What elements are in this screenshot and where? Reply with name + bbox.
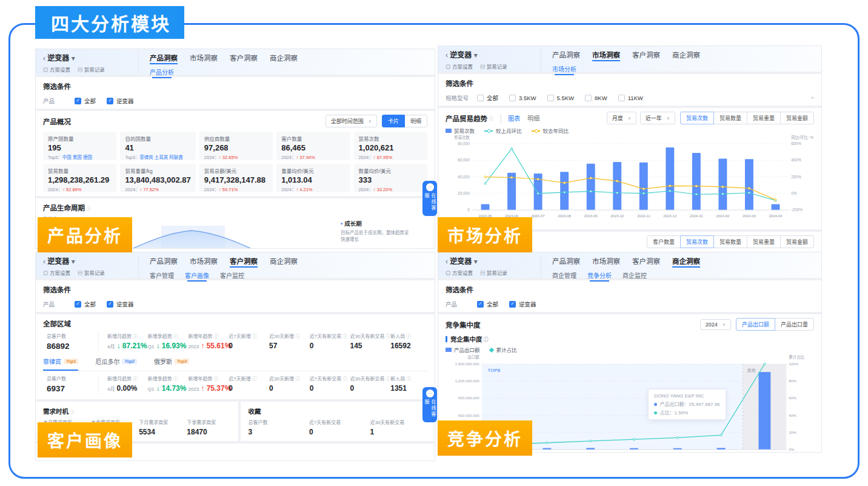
checkbox-inverter[interactable]: ✓逆变器 <box>107 300 134 308</box>
tab-company-insight[interactable]: 商企洞察 <box>270 53 298 62</box>
tab-market-insight[interactable]: 市场洞察 <box>592 50 620 59</box>
svg-text:600,000,000: 600,000,000 <box>458 413 479 417</box>
dist-trade-count-button[interactable]: 贸易次数 <box>680 235 714 248</box>
entity-selector[interactable]: ‹ 逆变器 ▾ <box>446 49 541 59</box>
scheme-setting-link[interactable]: ◎ 方案设置 <box>446 62 473 70</box>
concentration-title: 竞争集中度 <box>446 320 481 329</box>
dist-trade-qty-button[interactable]: 贸易数量 <box>713 235 747 248</box>
online-service-button[interactable]: ⋯ 在线客服 <box>422 181 437 216</box>
subtab-market-analysis[interactable]: 市场分析 <box>552 64 576 73</box>
entity-selector[interactable]: ‹ 逆变器 ▾ <box>43 52 138 62</box>
entity-selector[interactable]: ‹ 逆变器 ▾ <box>446 255 541 266</box>
metric-trade-count-button[interactable]: 贸易次数 <box>680 112 714 124</box>
region-section: 全部区域 总客户数86892 新增月趋势ⓘ4月↓ 87.21% 新增季趋势ⓘQ1… <box>36 314 435 399</box>
chevron-down-icon: ∨ <box>369 119 372 124</box>
top1-badge: Top1 <box>64 359 78 364</box>
detail-view-toggle[interactable]: 明细 <box>527 113 539 123</box>
checkbox-all[interactable]: ✓全部 <box>75 96 96 105</box>
dist-trade-amount-button[interactable]: 贸易金额 <box>780 235 814 248</box>
tab-customer-insight[interactable]: 客户洞察 <box>632 50 660 59</box>
subtab-customer-manage[interactable]: 客户管理 <box>150 271 174 280</box>
dist-trade-weight-button[interactable]: 贸易重量 <box>747 235 781 248</box>
bar-legend-swatch <box>446 348 452 352</box>
year-select[interactable]: 2024∨ <box>700 319 731 330</box>
stage-card-growth[interactable]: •成长期 目标产品处于成长期，整体趋势呈快速增长 <box>335 215 415 247</box>
svg-text:贸易次数: 贸易次数 <box>454 135 470 140</box>
concentration-chart-title: 竞企集中度 <box>450 334 482 343</box>
lifecycle-title: 产品生命周期 <box>43 203 85 212</box>
trade-records-link[interactable]: ▤ 贸易记录 <box>480 62 507 70</box>
export-amount-button[interactable]: 产品出口额 <box>736 318 775 331</box>
metric-trade-qty-button[interactable]: 贸易数量 <box>713 112 747 124</box>
country-tab-ecuador[interactable]: 厄瓜多尔Top2 <box>95 357 136 371</box>
export-volume-button[interactable]: 产品出口量 <box>775 318 814 331</box>
expand-icon[interactable]: » <box>811 95 814 101</box>
checkbox-inverter[interactable]: ✓逆变器 <box>509 300 536 308</box>
online-service-button[interactable]: ⋯ 在线客服 <box>422 387 437 422</box>
tab-customer-insight[interactable]: 客户洞察 <box>230 53 258 62</box>
tab-customer-insight[interactable]: 客户洞察 <box>230 256 258 266</box>
chevron-down-icon: ▾ <box>69 54 75 62</box>
chart-view-toggle[interactable]: 图表 <box>508 113 520 123</box>
top2-badge: Top2 <box>122 359 136 364</box>
svg-text:60,000: 60,000 <box>458 158 470 162</box>
title-bar-icon <box>446 336 447 342</box>
country-tab-philippines[interactable]: 菲律宾Top1 <box>43 357 78 371</box>
tab-product-insight[interactable]: 产品洞察 <box>150 53 178 62</box>
country-metrics: 总客户数6937 新增月趋势ⓘ4月0.00% 新增季趋势ⓘQ1↓ 14.73% … <box>43 371 427 398</box>
checkbox-icon: ✓ <box>477 95 484 101</box>
subtab-company-monitor[interactable]: 商企监控 <box>623 271 647 280</box>
tab-market-insight[interactable]: 市场洞察 <box>190 53 218 62</box>
checkbox-all[interactable]: ✓全部 <box>477 93 498 102</box>
subtab-company-manage[interactable]: 商企管理 <box>552 271 576 280</box>
card-view-button[interactable]: 卡片 <box>382 115 405 127</box>
entity-selector[interactable]: ‹ 逆变器 ▾ <box>43 255 138 266</box>
frequency-select[interactable]: 月度∨ <box>607 112 636 124</box>
subtab-competition-analysis[interactable]: 竞争分析 <box>587 271 612 280</box>
scheme-setting-link[interactable]: ◎ 方案设置 <box>43 269 70 276</box>
trade-records-link[interactable]: ▤ 贸易记录 <box>78 269 105 276</box>
tab-product-insight[interactable]: 产品洞察 <box>552 256 580 266</box>
scheme-setting-link[interactable]: ◎ 方案设置 <box>446 269 473 276</box>
overlay-label-customer: 客户画像 <box>38 422 132 457</box>
range-select[interactable]: 近一年∨ <box>640 112 675 124</box>
tab-customer-insight[interactable]: 客户洞察 <box>632 256 660 266</box>
svg-text:2023-11: 2023-11 <box>637 214 650 218</box>
country-tab-russia[interactable]: 俄罗斯Top3 <box>154 357 189 371</box>
subtab-customer-profile[interactable]: 客户画像 <box>185 271 209 280</box>
dist-customer-count-button[interactable]: 客户数量 <box>647 235 681 248</box>
svg-text:2024-04: 2024-04 <box>769 214 783 218</box>
subtab-product-analysis[interactable]: 产品分析 <box>150 67 174 76</box>
tab-company-insight[interactable]: 商企洞察 <box>270 256 298 266</box>
scheme-setting-link[interactable]: ◎ 方案设置 <box>43 66 70 73</box>
lifecycle-stage-cards: •成长期 目标产品处于成长期，整体趋势呈快速增长 •成熟期 目标产品处于成熟期，… <box>335 215 427 249</box>
filter-label: 产品 <box>446 300 477 308</box>
metric-trade-weight-button[interactable]: 贸易重量 <box>747 112 781 124</box>
trade-records-link[interactable]: ▤ 贸易记录 <box>480 269 507 276</box>
tab-company-insight[interactable]: 商企洞察 <box>672 50 700 59</box>
tab-market-insight[interactable]: 市场洞察 <box>592 256 620 266</box>
checkbox-all[interactable]: ✓全部 <box>75 300 96 308</box>
metric-trade-amount-button[interactable]: 贸易金额 <box>780 112 814 124</box>
checkbox-8kw[interactable]: ✓8KW <box>585 95 607 101</box>
checkbox-all[interactable]: ✓全部 <box>477 300 498 308</box>
checkbox-inverter[interactable]: ✓逆变器 <box>107 96 134 105</box>
tab-market-insight[interactable]: 市场洞察 <box>190 256 218 266</box>
checkbox-11kw[interactable]: ✓11KW <box>618 95 643 101</box>
subtab-customer-monitor[interactable]: 客户监控 <box>220 271 244 280</box>
tab-product-insight[interactable]: 产品洞察 <box>150 256 178 266</box>
region-metrics: 总客户数86892 新增月趋势ⓘ4月↓ 87.21% 新增季趋势ⓘQ1↓ 16.… <box>43 329 427 356</box>
tab-product-insight[interactable]: 产品洞察 <box>552 50 580 59</box>
checkbox-3-5kw[interactable]: ✓3.5KW <box>509 95 536 101</box>
svg-text:2023-07: 2023-07 <box>532 214 546 218</box>
time-range-select[interactable]: 全部时间范围∨ <box>326 115 377 127</box>
svg-text:-200%: -200% <box>791 208 803 212</box>
svg-text:累计占比: 累计占比 <box>789 354 804 360</box>
trade-records-link[interactable]: ▤ 贸易记录 <box>78 66 105 73</box>
tab-company-insight[interactable]: 商企洞察 <box>672 256 700 266</box>
detail-view-button[interactable]: 明细 <box>404 115 427 127</box>
checkbox-5-5kw[interactable]: ✓5.5KW <box>547 95 575 101</box>
stat-card: 贸易总额/美元9,417,328,147.882024：↑ 59.71% <box>199 164 273 192</box>
svg-text:其他: 其他 <box>747 368 755 373</box>
country-tabs: 菲律宾Top1 厄瓜多尔Top2 俄罗斯Top3 <box>43 356 427 371</box>
